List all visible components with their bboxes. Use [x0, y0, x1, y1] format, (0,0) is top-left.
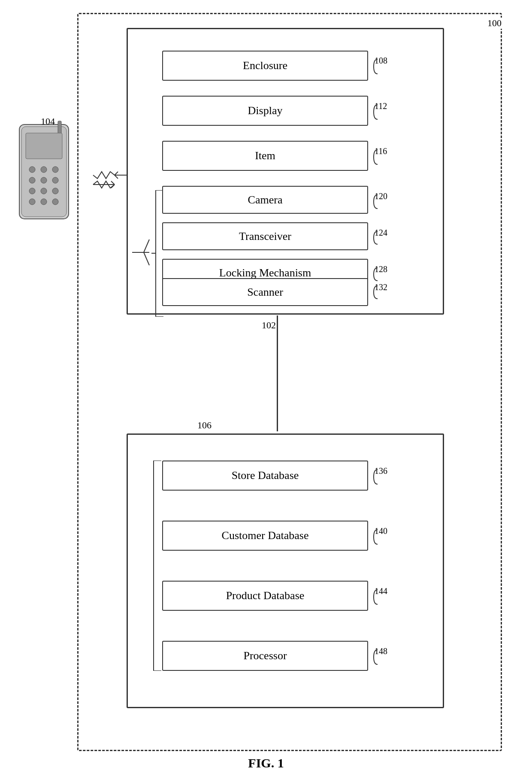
svg-line-7	[144, 252, 149, 265]
svg-point-25	[41, 199, 47, 205]
box-item: Item	[162, 141, 368, 171]
wireless-arrows	[84, 167, 129, 191]
box-customer-database: Customer Database	[162, 521, 368, 551]
box-display: Display	[162, 96, 368, 126]
label-server-106: 106	[197, 420, 212, 431]
svg-rect-14	[26, 133, 62, 159]
antenna-symbol	[132, 235, 156, 270]
svg-point-26	[52, 199, 58, 205]
svg-point-20	[52, 177, 58, 183]
svg-point-23	[52, 188, 58, 194]
box-scanner: Scanner	[162, 278, 368, 306]
bracket-108	[372, 58, 379, 76]
svg-line-31	[111, 181, 115, 185]
bracket-120	[372, 193, 379, 210]
device-box: Enclosure 108 Display 112 Item 116	[127, 28, 444, 315]
bracket-112	[372, 103, 379, 121]
processor-label: Processor	[243, 649, 287, 662]
phone-illustration	[11, 120, 84, 242]
svg-point-17	[52, 167, 58, 173]
svg-point-24	[29, 199, 35, 205]
item-label: Item	[255, 149, 275, 162]
figure-label: FIG. 1	[248, 756, 284, 770]
server-box: Store Database 136 Customer Database 140…	[127, 433, 444, 708]
bracket-116	[372, 148, 379, 166]
box-camera: Camera	[162, 186, 368, 214]
scanner-label: Scanner	[247, 286, 283, 299]
bracket-140	[372, 528, 379, 546]
svg-point-18	[29, 177, 35, 183]
svg-point-22	[41, 188, 47, 194]
group-bracket-bottom	[149, 461, 162, 671]
svg-point-15	[29, 167, 35, 173]
bracket-144	[372, 588, 379, 606]
bracket-132	[372, 284, 379, 300]
svg-point-19	[41, 177, 47, 183]
svg-line-5	[144, 239, 149, 252]
svg-line-28	[115, 172, 118, 175]
locking-label: Locking Mechanism	[219, 267, 311, 279]
bracket-148	[372, 648, 379, 666]
svg-point-21	[29, 188, 35, 194]
customer-database-label: Customer Database	[222, 529, 309, 542]
svg-line-29	[115, 175, 118, 179]
transceiver-label: Transceiver	[239, 230, 291, 243]
box-store-database: Store Database	[162, 461, 368, 491]
svg-point-16	[41, 167, 47, 173]
box-product-database: Product Database	[162, 581, 368, 611]
box-processor: Processor	[162, 641, 368, 671]
store-database-label: Store Database	[232, 469, 299, 482]
display-label: Display	[248, 104, 283, 117]
label-phone-104: 104	[41, 116, 55, 127]
connect-line	[277, 315, 278, 431]
label-system-100: 100	[486, 18, 503, 29]
enclosure-label: Enclosure	[243, 59, 287, 72]
bracket-128	[372, 266, 379, 282]
camera-label: Camera	[248, 194, 283, 206]
box-transceiver: Transceiver	[162, 222, 368, 250]
label-device-102: 102	[262, 320, 276, 331]
box-enclosure: Enclosure	[162, 51, 368, 81]
page: 100 102 106 Enclosure 108 Display 112	[0, 0, 532, 779]
product-database-label: Product Database	[226, 589, 305, 602]
bracket-136	[372, 468, 379, 486]
bracket-124	[372, 230, 379, 246]
phone-svg	[11, 120, 84, 240]
